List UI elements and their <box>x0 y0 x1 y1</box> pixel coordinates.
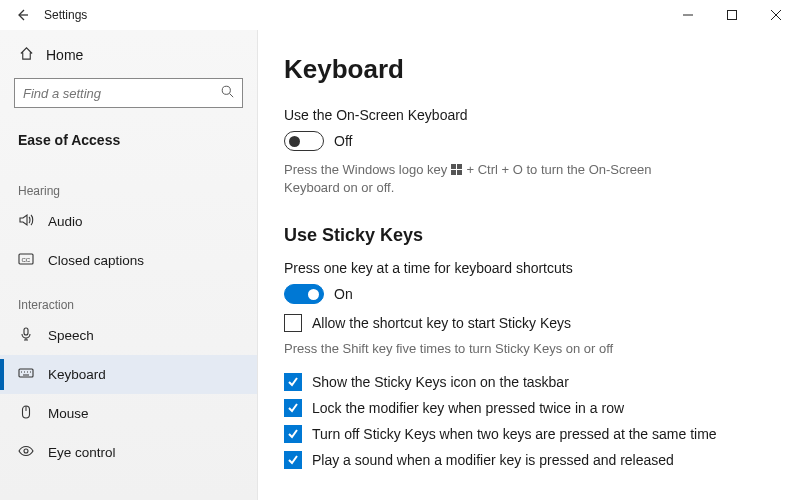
search-icon <box>221 85 234 101</box>
svg-rect-21 <box>457 170 462 175</box>
sidebar-item-label: Keyboard <box>48 367 106 382</box>
sidebar-item-home[interactable]: Home <box>0 40 257 78</box>
checkbox-label: Play a sound when a modifier key is pres… <box>312 452 674 468</box>
sidebar-item-label: Mouse <box>48 406 89 421</box>
home-icon <box>18 46 34 64</box>
svg-rect-8 <box>24 328 28 335</box>
sidebar-item-speech[interactable]: Speech <box>0 316 257 355</box>
allow-shortcut-checkbox[interactable] <box>284 314 302 332</box>
close-icon <box>771 10 781 20</box>
svg-rect-20 <box>451 170 456 175</box>
svg-rect-19 <box>457 164 462 169</box>
windows-logo-icon <box>451 163 463 181</box>
checkbox-label: Lock the modifier key when pressed twice… <box>312 400 624 416</box>
sidebar-item-eye-control[interactable]: Eye control <box>0 433 257 472</box>
close-button[interactable] <box>754 0 798 30</box>
svg-rect-18 <box>451 164 456 169</box>
minimize-icon <box>683 10 693 20</box>
search-input[interactable] <box>23 86 221 101</box>
back-arrow-icon <box>14 7 30 23</box>
audio-icon <box>18 212 34 231</box>
titlebar: Settings <box>0 0 798 30</box>
search-box[interactable] <box>14 78 243 108</box>
window-controls <box>666 0 798 30</box>
sticky-keys-label: Press one key at a time for keyboard sho… <box>284 260 772 276</box>
page-title: Keyboard <box>284 54 772 85</box>
sidebar-item-closed-captions[interactable]: CC Closed captions <box>0 241 257 280</box>
maximize-icon <box>727 10 737 20</box>
show-taskbar-icon-checkbox[interactable] <box>284 373 302 391</box>
checkbox-label: Turn off Sticky Keys when two keys are p… <box>312 426 717 442</box>
allow-shortcut-hint: Press the Shift key five times to turn S… <box>284 340 674 358</box>
keyboard-icon <box>18 365 34 384</box>
sticky-heading: Use Sticky Keys <box>284 225 772 246</box>
sidebar-item-label: Eye control <box>48 445 116 460</box>
sidebar-item-label: Closed captions <box>48 253 144 268</box>
checkbox-label: Show the Sticky Keys icon on the taskbar <box>312 374 569 390</box>
svg-rect-1 <box>728 11 737 20</box>
osk-toggle[interactable] <box>284 131 324 151</box>
back-button[interactable] <box>6 0 38 30</box>
maximize-button[interactable] <box>710 0 754 30</box>
osk-toggle-state: Off <box>334 133 352 149</box>
eye-icon <box>18 443 34 462</box>
svg-point-17 <box>24 449 28 453</box>
home-label: Home <box>46 47 83 63</box>
sticky-keys-toggle-state: On <box>334 286 353 302</box>
svg-line-5 <box>230 94 234 98</box>
sidebar-item-keyboard[interactable]: Keyboard <box>0 355 257 394</box>
svg-rect-9 <box>19 369 33 377</box>
svg-point-4 <box>222 86 230 94</box>
sidebar-item-label: Speech <box>48 328 94 343</box>
window-title: Settings <box>44 8 87 22</box>
osk-hint: Press the Windows logo key + Ctrl + O to… <box>284 161 674 197</box>
sidebar: Home Ease of Access Hearing Audio CC Clo… <box>0 30 258 500</box>
play-sound-checkbox[interactable] <box>284 451 302 469</box>
group-label-hearing: Hearing <box>0 180 257 202</box>
sidebar-item-audio[interactable]: Audio <box>0 202 257 241</box>
allow-shortcut-label: Allow the shortcut key to start Sticky K… <box>312 315 571 331</box>
category-title: Ease of Access <box>0 122 257 166</box>
cc-icon: CC <box>18 251 34 270</box>
svg-text:CC: CC <box>22 257 31 263</box>
sticky-keys-toggle[interactable] <box>284 284 324 304</box>
turn-off-two-keys-checkbox[interactable] <box>284 425 302 443</box>
osk-label: Use the On-Screen Keyboard <box>284 107 772 123</box>
mic-icon <box>18 326 34 345</box>
content-pane: Keyboard Use the On-Screen Keyboard Off … <box>258 30 798 500</box>
sidebar-item-mouse[interactable]: Mouse <box>0 394 257 433</box>
mouse-icon <box>18 404 34 423</box>
minimize-button[interactable] <box>666 0 710 30</box>
lock-modifier-checkbox[interactable] <box>284 399 302 417</box>
sidebar-item-label: Audio <box>48 214 83 229</box>
group-label-interaction: Interaction <box>0 294 257 316</box>
